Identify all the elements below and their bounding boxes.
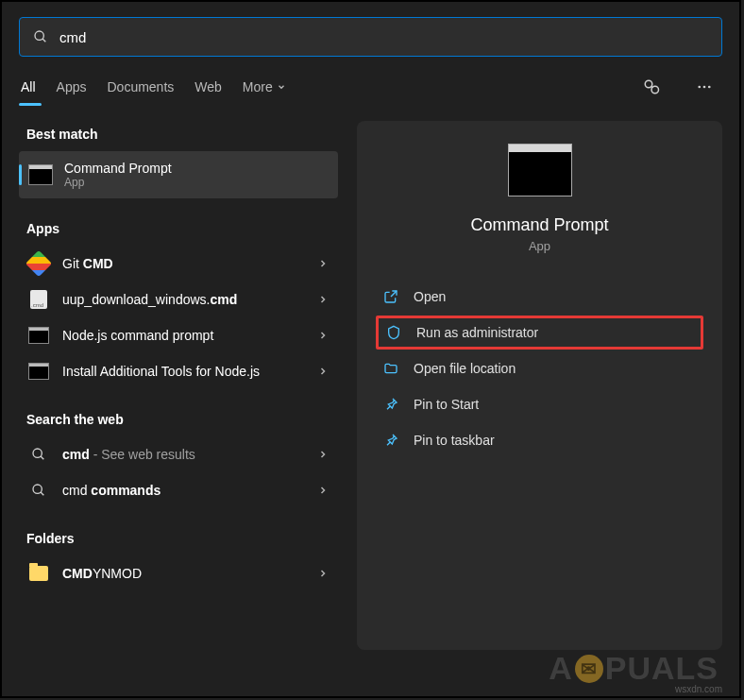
action-open-location[interactable]: Open file location [376, 351, 703, 385]
folder-icon [29, 566, 48, 581]
search-across-icon [643, 78, 660, 95]
open-icon [383, 289, 398, 304]
svg-point-6 [703, 86, 706, 89]
folder-cmdynmod[interactable]: CMDYNMOD [19, 555, 338, 591]
chevron-right-icon [317, 449, 329, 460]
more-options-button[interactable] [688, 71, 720, 103]
tab-more-label: More [243, 79, 273, 94]
tab-web[interactable]: Web [194, 70, 222, 104]
web-cmd-commands[interactable]: cmd commands [19, 472, 338, 508]
search-icon [31, 447, 46, 462]
chevron-right-icon [317, 258, 329, 269]
git-icon [25, 250, 52, 277]
pin-icon [383, 433, 398, 448]
best-match-command-prompt[interactable]: Command Prompt App [19, 151, 338, 198]
ellipsis-icon [696, 78, 713, 95]
app-uup-download[interactable]: uup_download_windows.cmd [19, 282, 338, 317]
tab-apps[interactable]: Apps [57, 70, 87, 104]
folder-open-icon [383, 361, 398, 376]
action-run-admin-label: Run as administrator [416, 325, 538, 340]
action-pin-start[interactable]: Pin to Start [376, 387, 703, 421]
chevron-down-icon [277, 82, 286, 92]
chevron-right-icon [317, 568, 329, 579]
filter-tabs: All Apps Documents Web More [19, 70, 722, 104]
command-prompt-large-icon [508, 144, 572, 196]
svg-point-10 [33, 485, 42, 493]
app-nodejs-tools[interactable]: Install Additional Tools for Node.js [19, 353, 338, 389]
web-cmd[interactable]: cmd - See web results [19, 436, 338, 472]
search-bar[interactable]: cmd [19, 17, 722, 57]
cmd-file-icon [30, 290, 47, 309]
search-icon [33, 29, 48, 44]
action-open-label: Open [414, 289, 446, 304]
tab-documents[interactable]: Documents [107, 70, 174, 104]
action-run-admin[interactable]: Run as administrator [376, 316, 703, 350]
action-open-location-label: Open file location [414, 361, 516, 376]
detail-pane: Command Prompt App Open Run as administr… [357, 121, 722, 650]
section-best-match: Best match [19, 121, 338, 151]
svg-point-8 [33, 449, 42, 457]
action-open[interactable]: Open [376, 280, 703, 314]
detail-subtitle: App [529, 239, 550, 253]
section-search-web: Search the web [19, 406, 338, 436]
best-match-title: Command Prompt [64, 161, 172, 176]
watermark-logo-icon: ✉ [575, 655, 603, 683]
search-across-button[interactable] [635, 71, 668, 103]
chevron-right-icon [317, 485, 329, 496]
svg-point-7 [708, 86, 711, 89]
shield-icon [386, 325, 401, 340]
svg-point-0 [35, 31, 43, 40]
section-apps: Apps [19, 215, 338, 246]
search-icon [31, 483, 46, 498]
section-folders: Folders [19, 525, 338, 555]
pin-icon [383, 397, 398, 412]
watermark-sub: wsxdn.com [675, 684, 722, 694]
svg-line-11 [41, 492, 43, 495]
action-pin-taskbar[interactable]: Pin to taskbar [376, 423, 703, 457]
detail-title: Command Prompt [470, 215, 608, 235]
search-query: cmd [59, 29, 86, 45]
action-pin-taskbar-label: Pin to taskbar [414, 433, 495, 448]
chevron-right-icon [317, 294, 329, 305]
watermark: A ✉ PUALS [549, 650, 719, 687]
chevron-right-icon [317, 330, 329, 341]
svg-line-1 [42, 39, 45, 42]
terminal-icon [28, 363, 49, 380]
command-prompt-icon [28, 164, 53, 185]
chevron-right-icon [317, 366, 329, 377]
action-pin-start-label: Pin to Start [414, 397, 479, 412]
app-nodejs-prompt[interactable]: Node.js command prompt [19, 317, 338, 353]
app-git-cmd[interactable]: Git CMD [19, 246, 338, 282]
best-match-subtitle: App [64, 176, 172, 189]
tab-all[interactable]: All [21, 70, 36, 104]
svg-point-5 [698, 86, 701, 89]
results-column: Best match Command Prompt App Apps Git C… [19, 121, 338, 650]
terminal-icon [28, 327, 49, 344]
tab-more[interactable]: More [243, 70, 286, 104]
svg-line-9 [41, 456, 43, 459]
